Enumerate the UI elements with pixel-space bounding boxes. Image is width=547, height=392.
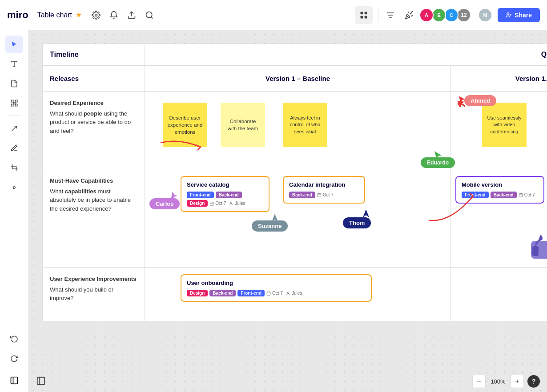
- svg-rect-34: [519, 193, 523, 197]
- header-timeline: Timeline: [43, 44, 145, 65]
- text-tool[interactable]: [5, 55, 23, 73]
- tag-backend: Back-end: [216, 192, 242, 198]
- sticky-3[interactable]: Always feel in control of who sees what: [283, 103, 327, 147]
- capabilities-title: Must-Have Capabilities: [50, 176, 137, 185]
- canvas[interactable]: Timeline Q1 Releases Version 1 – Baselin…: [29, 30, 547, 392]
- svg-point-0: [95, 14, 97, 16]
- header-icons: [91, 10, 155, 20]
- svg-point-44: [287, 292, 289, 293]
- card3-meta: Oct 7: [519, 192, 535, 197]
- version11-cell: Version 1.1: [451, 66, 547, 91]
- ux-row: User Experience Improvements What should…: [42, 268, 547, 321]
- svg-line-3: [151, 16, 153, 18]
- header-right: A E C 12 M Share: [355, 6, 540, 24]
- timeline-label: Timeline: [50, 51, 79, 59]
- sticky-2-text: Collaborate with the team: [225, 118, 261, 132]
- help-button[interactable]: ?: [527, 375, 540, 388]
- carlos-name: Carlos: [156, 200, 173, 207]
- avatar-1[interactable]: A: [419, 8, 434, 22]
- thom-cursor-arrow: [363, 209, 369, 217]
- pen-tool[interactable]: [5, 139, 23, 157]
- calendar-card[interactable]: Calendar integration Back-end Oct 7: [283, 176, 365, 204]
- eduardo-name: Eduardo: [427, 160, 449, 166]
- svg-rect-28: [318, 193, 321, 197]
- card2-meta: Oct 7: [317, 192, 334, 197]
- thom-name: Thom: [349, 220, 365, 226]
- svg-rect-19: [11, 377, 18, 384]
- capabilities-content: Carlos Service catalog Front-end Back-en…: [145, 169, 451, 267]
- mobile-card[interactable]: Mobile version Front-end Back-end Oct 7: [455, 176, 544, 204]
- desired-experience-row: Desired Experience What should people us…: [42, 92, 547, 169]
- capabilities-label: Must-Have Capabilities What capabilities…: [43, 169, 145, 267]
- zoom-in-button[interactable]: +: [511, 375, 524, 388]
- svg-rect-18: [12, 166, 16, 169]
- header: miro Table chart ★ A E: [0, 0, 547, 30]
- service-catalog-card[interactable]: Service catalog Front-end Back-end Desig…: [181, 176, 269, 212]
- sticky-4-text: Use seamlessly with video conferencing: [487, 115, 522, 135]
- header-period: Q1: [145, 44, 547, 65]
- panel-toggle[interactable]: [10, 369, 19, 387]
- avatar-count[interactable]: 12: [457, 8, 471, 22]
- sidebar-bottom: [5, 324, 23, 387]
- releases-label: Releases: [43, 66, 145, 91]
- share-label: Share: [515, 12, 532, 19]
- expand-tool[interactable]: »: [5, 178, 23, 196]
- table-header: Timeline Q1: [42, 44, 547, 66]
- calendar-tags: Back-end Oct 7: [289, 192, 359, 198]
- avatar-me[interactable]: M: [478, 8, 492, 22]
- undo-button[interactable]: [5, 330, 23, 348]
- apps-button[interactable]: [355, 6, 373, 24]
- zoom-out-button[interactable]: −: [472, 375, 486, 388]
- desired-experience-v11: Ahmed Use seamlessly with video conferen…: [451, 92, 547, 169]
- calendar-card-title: Calendar integration: [289, 181, 359, 188]
- divider: [378, 8, 378, 22]
- version11-label: Version 1.1: [515, 75, 547, 82]
- sticky-2[interactable]: Collaborate with the team: [221, 103, 265, 147]
- releases-row: Releases Version 1 – Baseline Version 1.…: [42, 66, 547, 92]
- filter-icon[interactable]: [384, 8, 397, 22]
- svg-rect-7: [365, 16, 367, 18]
- onboarding-card[interactable]: User onboarding Design Back-end Front-en…: [181, 274, 372, 302]
- thom-label: Thom: [343, 217, 371, 228]
- settings-icon[interactable]: [91, 10, 101, 20]
- card2-date: Oct 7: [323, 192, 334, 197]
- releases-content: Version 1 – Baseline Version 1.1: [145, 66, 547, 91]
- panel-toggle-bottom[interactable]: [36, 376, 46, 388]
- version1-label: Version 1 – Baseline: [265, 75, 330, 82]
- redo-button[interactable]: [5, 349, 23, 367]
- avatar-3[interactable]: C: [444, 8, 459, 22]
- sticky-tool[interactable]: [5, 75, 23, 92]
- cursor-tool[interactable]: [5, 36, 23, 53]
- svg-line-17: [12, 126, 17, 131]
- desired-experience-content: Describe user experience and emotions Co…: [145, 92, 451, 169]
- ux-card-meta: Oct 7 Jules: [266, 291, 302, 296]
- sticky-1[interactable]: Describe user experience and emotions: [163, 103, 207, 147]
- svg-marker-33: [363, 209, 369, 217]
- left-sidebar: »: [0, 30, 29, 392]
- upload-icon[interactable]: [126, 10, 137, 20]
- share-button[interactable]: Share: [498, 8, 540, 22]
- shapes-tool[interactable]: [5, 94, 23, 112]
- arrow-tool[interactable]: [5, 120, 23, 137]
- tag-backend-4: Back-end: [209, 290, 236, 296]
- card1-date: Oct 7: [215, 201, 226, 206]
- celebrate-icon[interactable]: [402, 8, 416, 22]
- svg-rect-5: [365, 12, 367, 14]
- crop-tool[interactable]: [5, 159, 23, 176]
- ux-v11: [451, 268, 547, 321]
- minus-label: −: [477, 377, 481, 385]
- avatar-group: A E C 12: [421, 8, 471, 22]
- sticky-4[interactable]: Use seamlessly with video conferencing: [482, 103, 527, 147]
- eduardo-label: Eduardo: [421, 157, 455, 168]
- capabilities-description: What capabilities must absolutely be in …: [50, 187, 137, 213]
- search-icon[interactable]: [144, 10, 155, 20]
- tag-frontend-3: Front-end: [462, 192, 489, 198]
- svg-point-2: [146, 12, 152, 17]
- card1-meta: Oct 7 Jules: [209, 201, 245, 206]
- star-icon[interactable]: ★: [76, 11, 82, 19]
- tag-design: Design: [187, 200, 208, 207]
- suzanne-name: Suzanne: [258, 223, 282, 229]
- avatar-2[interactable]: E: [432, 8, 446, 22]
- sidebar-divider-2: [7, 326, 21, 326]
- bell-icon[interactable]: [109, 10, 119, 20]
